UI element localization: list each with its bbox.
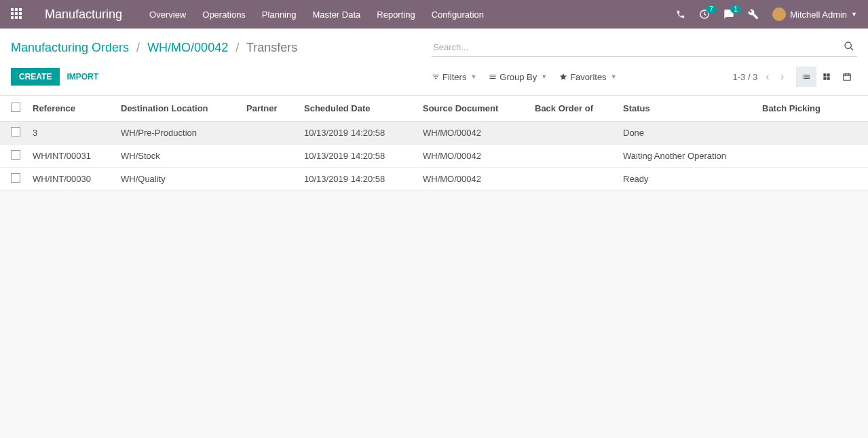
activities-badge: 7	[706, 5, 717, 14]
menu-master-data[interactable]: Master Data	[312, 10, 360, 20]
row-checkbox[interactable]	[11, 173, 20, 183]
row-checkbox[interactable]	[11, 150, 20, 160]
debug-icon[interactable]	[748, 9, 759, 20]
cell-destination: WH/Pre-Production	[115, 122, 241, 145]
col-backorder[interactable]: Back Order of	[529, 96, 618, 122]
col-destination[interactable]: Destination Location	[115, 96, 241, 122]
cell-batch	[757, 122, 868, 145]
chevron-down-icon: ▼	[851, 11, 857, 18]
col-status[interactable]: Status	[618, 96, 757, 122]
apps-icon[interactable]	[11, 8, 23, 20]
breadcrumb-current: Transfers	[246, 41, 297, 54]
avatar	[772, 7, 786, 21]
cell-scheduled: 10/13/2019 14:20:58	[299, 168, 417, 191]
import-button[interactable]: Import	[67, 72, 98, 81]
menu-overview[interactable]: Overview	[149, 10, 186, 20]
col-scheduled[interactable]: Scheduled Date	[299, 96, 417, 122]
activities-icon[interactable]: 7	[699, 9, 710, 20]
svg-line-2	[850, 48, 853, 50]
filters-button[interactable]: Filters ▼	[432, 72, 476, 82]
menu-reporting[interactable]: Reporting	[377, 10, 415, 20]
col-reference[interactable]: Reference	[27, 96, 115, 122]
cell-backorder	[529, 145, 618, 168]
cell-reference: WH/INT/00030	[27, 168, 115, 191]
view-switcher	[796, 67, 857, 87]
cell-scheduled: 10/13/2019 14:20:58	[299, 122, 417, 145]
breadcrumb-root[interactable]: Manufacturing Orders	[11, 41, 129, 54]
messages-icon[interactable]: 1	[723, 9, 734, 20]
main-menu: Overview Operations Planning Master Data…	[149, 10, 676, 20]
pager-range: 1-3 / 3	[732, 72, 757, 82]
cell-partner	[241, 168, 299, 191]
pager-next[interactable]: ›	[778, 71, 787, 83]
phone-icon[interactable]	[676, 10, 685, 19]
chevron-down-icon: ▼	[611, 73, 617, 80]
row-checkbox[interactable]	[11, 127, 20, 136]
favorites-button[interactable]: Favorites ▼	[559, 72, 616, 82]
cell-status: Ready	[618, 168, 757, 191]
create-button[interactable]: Create	[11, 68, 60, 86]
cell-source: WH/MO/00042	[417, 122, 529, 145]
cell-batch	[757, 168, 868, 191]
table-row[interactable]: WH/INT/00030 WH/Quality 10/13/2019 14:20…	[0, 168, 868, 191]
top-navbar: Manufacturing Overview Operations Planni…	[0, 0, 868, 29]
table-row[interactable]: 3 WH/Pre-Production 10/13/2019 14:20:58 …	[0, 122, 868, 145]
cell-reference: WH/INT/00031	[27, 145, 115, 168]
select-all-checkbox[interactable]	[11, 103, 20, 112]
cell-source: WH/MO/00042	[417, 168, 529, 191]
search-icon[interactable]	[844, 41, 854, 52]
svg-rect-3	[844, 74, 851, 80]
menu-operations[interactable]: Operations	[202, 10, 246, 20]
cell-backorder	[529, 122, 618, 145]
chevron-down-icon: ▼	[541, 73, 547, 80]
menu-configuration[interactable]: Configuration	[432, 10, 484, 20]
cell-backorder	[529, 168, 618, 191]
cell-partner	[241, 122, 299, 145]
user-name: Mitchell Admin	[790, 10, 847, 20]
calendar-view-button[interactable]	[837, 67, 857, 87]
col-batch[interactable]: Batch Picking	[757, 96, 868, 122]
table-row[interactable]: WH/INT/00031 WH/Stock 10/13/2019 14:20:5…	[0, 145, 868, 168]
cell-source: WH/MO/00042	[417, 145, 529, 168]
col-partner[interactable]: Partner	[241, 96, 299, 122]
cell-batch	[757, 145, 868, 168]
breadcrumb-mid[interactable]: WH/MO/00042	[147, 41, 228, 54]
transfers-table: Reference Destination Location Partner S…	[0, 96, 868, 191]
cell-scheduled: 10/13/2019 14:20:58	[299, 145, 417, 168]
kanban-view-button[interactable]	[816, 67, 837, 87]
cell-reference: 3	[27, 122, 115, 145]
list-view-button[interactable]	[796, 67, 816, 87]
cell-destination: WH/Stock	[115, 145, 241, 168]
breadcrumb: Manufacturing Orders / WH/MO/00042 / Tra…	[11, 41, 432, 55]
cell-status: Done	[618, 122, 757, 145]
table-header-row: Reference Destination Location Partner S…	[0, 96, 868, 122]
cell-status: Waiting Another Operation	[618, 145, 757, 168]
col-source[interactable]: Source Document	[417, 96, 529, 122]
svg-point-1	[845, 42, 851, 48]
pager-prev[interactable]: ‹	[763, 71, 772, 83]
cell-destination: WH/Quality	[115, 168, 241, 191]
messages-badge: 1	[730, 5, 741, 14]
chevron-down-icon: ▼	[470, 73, 476, 80]
control-panel: Manufacturing Orders / WH/MO/00042 / Tra…	[0, 29, 868, 96]
menu-planning[interactable]: Planning	[262, 10, 297, 20]
cell-partner	[241, 145, 299, 168]
groupby-button[interactable]: Group By ▼	[489, 72, 547, 82]
search-input[interactable]	[432, 38, 857, 57]
user-menu[interactable]: Mitchell Admin ▼	[772, 7, 857, 21]
app-brand[interactable]: Manufacturing	[45, 7, 122, 22]
pager: 1-3 / 3 ‹ ›	[732, 71, 787, 83]
